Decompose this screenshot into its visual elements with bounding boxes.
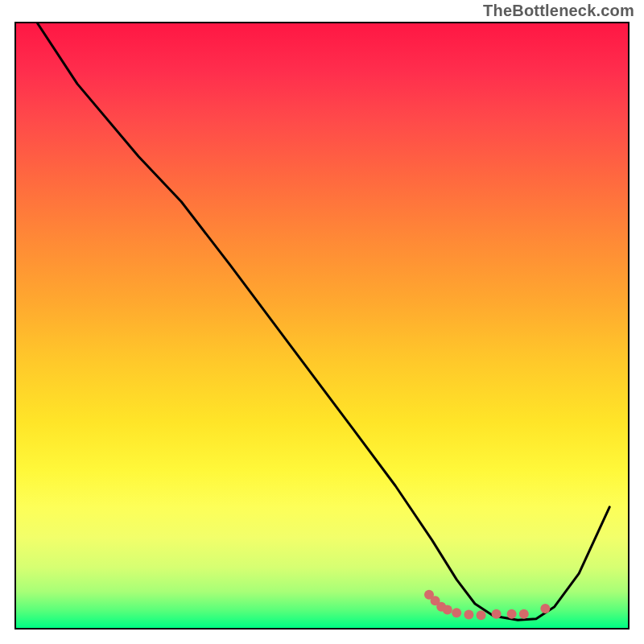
highlight-dot xyxy=(443,605,452,615)
bottleneck-curve xyxy=(38,23,610,620)
plot-area xyxy=(14,22,630,630)
highlight-dots xyxy=(424,590,550,621)
highlight-dot xyxy=(519,609,529,619)
curve-svg xyxy=(16,23,628,628)
watermark-text: TheBottleneck.com xyxy=(483,2,634,20)
highlight-dot xyxy=(452,608,461,617)
chart-stage: TheBottleneck.com xyxy=(0,0,644,644)
highlight-dot xyxy=(507,609,517,619)
highlight-dot xyxy=(492,609,502,619)
highlight-dot xyxy=(540,604,550,613)
highlight-dot xyxy=(464,610,473,620)
highlight-dot xyxy=(477,610,486,620)
